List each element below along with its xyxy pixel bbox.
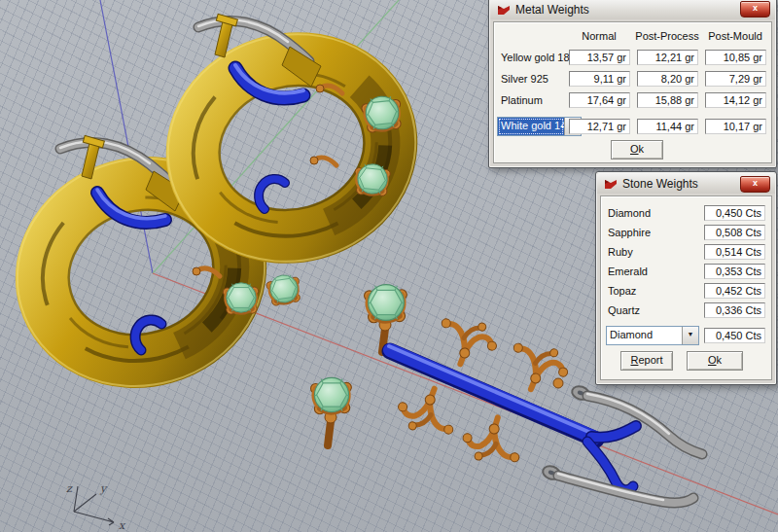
stone-row-label: Sapphire [608,225,651,240]
stone-selector-dropdown[interactable]: Diamond ▼ [606,326,699,345]
stone-weights-title: Stone Weights [622,177,698,191]
app-red-logo-icon [497,4,511,16]
metal-weight-field[interactable] [705,71,766,87]
metal-selector-value: White gold 14K. [498,118,564,135]
column-header-post-process: Post-Process [635,30,698,42]
metal-weight-field[interactable] [637,92,698,108]
stone-weight-field[interactable] [704,302,765,318]
ok-button[interactable]: Ok [611,140,663,160]
column-header-normal: Normal [582,30,616,42]
stone-selector-value: Diamond [607,327,682,344]
metal-weights-titlebar[interactable]: Metal Weights [490,0,775,19]
metal-weight-field[interactable] [705,92,766,108]
metal-weight-field[interactable] [705,50,766,65]
metal-weights-client: Normal Post-Process Post-Mould Yellow go… [493,21,772,163]
ok-button[interactable]: Ok [687,351,743,371]
metal-row-label: Yellow gold 18 [501,50,570,65]
gold-hoop-earring-right[interactable] [142,7,441,289]
loose-stone-settings[interactable] [311,285,407,445]
axis-triad: z y x [66,482,126,532]
metal-weight-field[interactable] [637,50,698,65]
app-red-logo-icon [604,178,618,190]
stone-weights-dialog: Stone Weights x Diamond Sapphire Ruby Em… [595,171,777,385]
stone-weight-field[interactable] [704,225,765,240]
column-header-post-mould: Post-Mould [708,30,762,42]
metal-weight-field[interactable] [569,71,630,87]
stone-weight-field[interactable] [704,328,765,343]
stone-weight-field[interactable] [704,283,765,299]
metal-weight-field[interactable] [637,119,698,134]
report-button[interactable]: Report [620,351,673,371]
gem-stone [311,377,352,413]
stone-weight-field[interactable] [704,264,765,279]
metal-weight-field[interactable] [569,92,630,108]
chevron-down-icon[interactable]: ▼ [682,327,698,344]
gem-stone [265,273,301,306]
gold-hoop-earring-left[interactable] [0,129,301,415]
rhino-3d-viewport[interactable]: z y x Metal Weights x Normal Post-Proces… [0,0,778,532]
axis-z-label: z [66,482,73,495]
close-icon[interactable]: x [740,176,770,193]
stone-row-label: Topaz [608,283,636,299]
stone-row-label: Emerald [608,264,648,279]
stone-weight-field[interactable] [704,205,765,221]
metal-weight-field[interactable] [569,119,630,134]
axis-x-label: x [119,519,126,532]
metal-weight-field[interactable] [569,50,630,65]
metal-weights-dialog: Metal Weights x Normal Post-Process Post… [488,0,777,168]
stone-weight-field[interactable] [704,244,765,260]
metal-weight-field[interactable] [705,119,766,134]
stone-row-label: Diamond [608,205,651,221]
metal-weights-title: Metal Weights [515,3,589,17]
metal-row-label: Silver 925 [501,71,548,87]
gem-stone [365,285,407,323]
stone-row-label: Ruby [608,244,633,260]
stone-row-label: Quartz [608,302,640,318]
axis-y-label: y [99,482,108,495]
close-icon[interactable]: x [740,1,770,18]
metal-weight-field[interactable] [637,71,698,87]
metal-row-label: Platinum [501,92,543,108]
stone-weights-client: Diamond Sapphire Ruby Emerald Topaz Quar… [600,195,772,380]
